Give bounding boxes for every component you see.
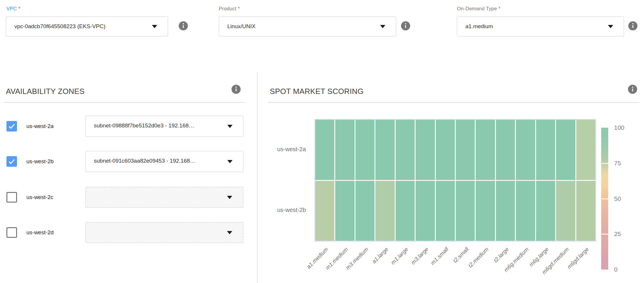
colorbar-tick-line-50 bbox=[601, 198, 608, 199]
spot-market-scoring-title: SPOT MARKET SCORING bbox=[270, 87, 364, 96]
heatmap-cell-us-west-2b-m6gd.large bbox=[576, 181, 595, 241]
on-demand-type-label: On-Demand Type* bbox=[457, 6, 501, 12]
az-subnet-caret-down-icon-us-west-2b bbox=[227, 160, 233, 163]
heatmap-cell-us-west-2b-m1.medium bbox=[335, 181, 354, 241]
heatmap-x-label-m6gd.large: m6gd.large bbox=[550, 246, 590, 283]
heatmap-cell-us-west-2b-m3.medium bbox=[355, 181, 374, 241]
heatmap-x-label-m3.large: m3.large bbox=[390, 246, 430, 283]
colorbar-tick-line-75 bbox=[601, 163, 608, 164]
heatmap-cell-us-west-2a-m6gd.large bbox=[576, 120, 595, 180]
colorbar-label-50: 50 bbox=[614, 195, 621, 202]
az-subnet-select-us-west-2a[interactable]: subnet-09888f7be5152d0e3 - 192.168… bbox=[85, 116, 243, 137]
az-subnet-caret-down-icon-us-west-2d bbox=[227, 231, 232, 234]
colorbar-label-75: 75 bbox=[614, 160, 621, 167]
availability-zones-divider bbox=[4, 102, 245, 103]
heatmap-x-label-a1.medium: a1.medium bbox=[289, 246, 329, 283]
colorbar-label-100: 100 bbox=[614, 124, 624, 131]
availability-zones-info-icon[interactable] bbox=[231, 84, 241, 94]
heatmap-x-label-t2.small: t2.small bbox=[430, 246, 470, 283]
on-demand-type-required-asterisk: * bbox=[499, 6, 501, 11]
heatmap-cell-us-west-2a-t2.small bbox=[456, 120, 475, 180]
vpc-caret-down-icon bbox=[152, 25, 157, 28]
heatmap-cell-us-west-2b-t2.large bbox=[496, 181, 515, 241]
page-root: VPC* vpc-0adcb70f645508223 (EKS-VPC) Pro… bbox=[0, 0, 644, 283]
heatmap-y-label-us-west-2b: us-west-2b bbox=[241, 207, 306, 213]
heatmap-x-label-t2.medium: t2.medium bbox=[450, 246, 490, 283]
vpc-select-value: vpc-0adcb70f645508223 (EKS-VPC) bbox=[14, 17, 106, 36]
heatmap-x-label-m6g.large: m6g.large bbox=[510, 246, 550, 283]
heatmap-x-label-m1.large: m1.large bbox=[370, 246, 410, 283]
heatmap-cell-us-west-2b-m1.large bbox=[396, 181, 415, 241]
heatmap-x-label-m1.medium: m1.medium bbox=[310, 246, 350, 283]
heatmap-cell-us-west-2a-m1.large bbox=[396, 120, 415, 180]
heatmap-cell-us-west-2b-m6g.medium bbox=[516, 181, 535, 241]
colorbar-label-0: 0 bbox=[614, 266, 618, 273]
vpc-select[interactable]: vpc-0adcb70f645508223 (EKS-VPC) bbox=[6, 16, 168, 36]
az-checkbox-us-west-2d[interactable] bbox=[6, 227, 17, 238]
heatmap-cell-us-west-2b-m6gd.medium bbox=[556, 181, 575, 241]
heatmap-cell-us-west-2b-m6g.large bbox=[536, 181, 555, 241]
az-subnet-select-us-west-2b[interactable]: subnet-091c603aa82e09453 - 192.168… bbox=[85, 151, 243, 172]
heatmap-cell-us-west-2a-m6g.medium bbox=[516, 120, 535, 180]
heatmap-cell-us-west-2a-m1.medium bbox=[335, 120, 354, 180]
on-demand-type-caret-down-icon bbox=[608, 25, 613, 28]
on-demand-type-select-value: a1.medium bbox=[465, 17, 493, 36]
az-zone-label-us-west-2a: us-west-2a bbox=[26, 121, 54, 132]
product-info-icon[interactable] bbox=[401, 21, 411, 31]
heatmap-cell-us-west-2b-t2.medium bbox=[476, 181, 495, 241]
spot-market-scoring-info-icon[interactable] bbox=[628, 84, 638, 94]
az-checkbox-us-west-2c[interactable] bbox=[6, 192, 17, 203]
product-label: Product* bbox=[219, 6, 240, 12]
product-required-asterisk: * bbox=[238, 6, 240, 11]
heatmap-cell-us-west-2b-m1.small bbox=[436, 181, 455, 241]
product-label-text: Product bbox=[219, 6, 236, 11]
az-subnet-value-us-west-2b: subnet-091c603aa82e09453 - 192.168… bbox=[94, 151, 196, 171]
vpc-label: VPC* bbox=[6, 6, 20, 12]
az-subnet-value-us-west-2a: subnet-09888f7be5152d0e3 - 192.168… bbox=[94, 116, 194, 135]
heatmap-cell-us-west-2b-m3.large bbox=[416, 181, 435, 241]
spot-market-scoring-divider bbox=[268, 102, 639, 103]
heatmap-y-label-us-west-2a: us-west-2a bbox=[241, 146, 306, 153]
heatmap-cell-us-west-2a-a1.large bbox=[375, 120, 394, 180]
vpc-info-icon[interactable] bbox=[178, 21, 188, 31]
heatmap-cell-us-west-2b-a1.large bbox=[375, 181, 394, 241]
colorbar-label-25: 25 bbox=[614, 230, 621, 237]
product-select-value: Linux/UNIX bbox=[227, 17, 255, 36]
heatmap-x-label-t2.large: t2.large bbox=[470, 246, 510, 283]
heatmap-cell-us-west-2a-t2.large bbox=[496, 120, 515, 180]
az-subnet-select-us-west-2d[interactable] bbox=[85, 222, 243, 243]
availability-zones-title: AVAILABILITY ZONES bbox=[6, 87, 84, 96]
heatmap-x-label-m1.small: m1.small bbox=[410, 246, 450, 283]
heatmap-cell-us-west-2b-t2.small bbox=[456, 181, 475, 241]
az-subnet-select-us-west-2c[interactable] bbox=[85, 187, 243, 208]
heatmap-colorbar bbox=[601, 128, 608, 269]
heatmap-cell-us-west-2a-m3.medium bbox=[355, 120, 374, 180]
on-demand-type-label-text: On-Demand Type bbox=[457, 6, 497, 11]
on-demand-type-select[interactable]: a1.medium bbox=[457, 16, 624, 36]
vpc-label-text: VPC bbox=[6, 6, 17, 11]
heatmap-cell-us-west-2a-m3.large bbox=[416, 120, 435, 180]
section-vertical-divider bbox=[257, 72, 258, 283]
heatmap-cell-us-west-2a-m6g.large bbox=[536, 120, 555, 180]
heatmap-x-label-m6g.medium: m6g.medium bbox=[490, 246, 530, 283]
az-zone-label-us-west-2c: us-west-2c bbox=[26, 192, 53, 203]
heatmap-cell-us-west-2a-t2.medium bbox=[476, 120, 495, 180]
az-zone-label-us-west-2b: us-west-2b bbox=[26, 156, 54, 167]
heatmap-cell-us-west-2b-a1.medium bbox=[315, 181, 334, 241]
az-checkbox-us-west-2a[interactable] bbox=[6, 121, 17, 132]
heatmap-cell-us-west-2a-m1.small bbox=[436, 120, 455, 180]
az-checkbox-us-west-2b[interactable] bbox=[6, 156, 17, 167]
heatmap-cell-us-west-2a-a1.medium bbox=[315, 120, 334, 180]
product-select[interactable]: Linux/UNIX bbox=[219, 16, 396, 36]
heatmap-x-label-a1.large: a1.large bbox=[350, 246, 390, 283]
vpc-required-asterisk: * bbox=[18, 6, 21, 11]
colorbar-tick-line-25 bbox=[601, 234, 608, 235]
heatmap-x-label-m3.medium: m3.medium bbox=[330, 246, 370, 283]
on-demand-type-info-icon[interactable] bbox=[628, 21, 638, 31]
heatmap-cell-us-west-2a-m6gd.medium bbox=[556, 120, 575, 180]
heatmap-x-label-m6gd.medium: m6gd.medium bbox=[531, 246, 570, 283]
product-caret-down-icon bbox=[380, 25, 385, 28]
heatmap bbox=[314, 119, 596, 242]
az-subnet-caret-down-icon-us-west-2c bbox=[227, 196, 232, 199]
az-zone-label-us-west-2d: us-west-2d bbox=[26, 227, 54, 238]
